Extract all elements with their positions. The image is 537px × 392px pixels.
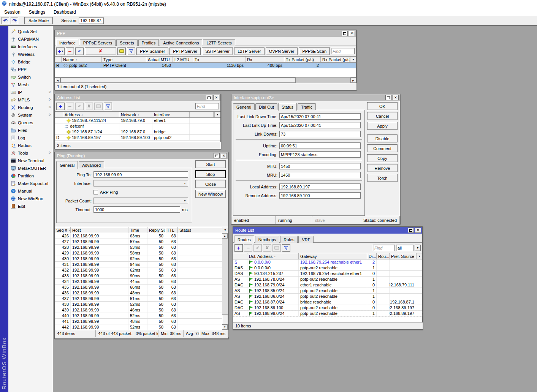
column-select-icon[interactable]: ▼ <box>416 253 422 259</box>
ping-to-input[interactable] <box>93 171 188 178</box>
interface-titlebar[interactable]: Interface <pptp-out2> ✕ <box>231 94 400 101</box>
table-row[interactable]: 437 192.168.99.99 51ms 50 63 <box>55 296 222 302</box>
table-row[interactable]: 439 192.168.99.99 46ms 50 63 <box>55 307 222 313</box>
window-button[interactable]: Remove <box>367 164 398 172</box>
table-row[interactable]: 438 192.168.99.99 52ms 50 63 <box>55 302 222 307</box>
table-row[interactable]: 431 192.168.99.99 94ms 50 63 <box>55 262 222 267</box>
tab[interactable]: General <box>56 161 78 169</box>
table-row[interactable]: 433 192.168.99.99 90ms 50 63 <box>55 273 222 279</box>
close-icon[interactable]: ✕ <box>415 228 421 233</box>
route-list-titlebar[interactable]: Route List ✕ <box>233 227 422 234</box>
comment-button[interactable] <box>117 47 126 55</box>
ppp-action-button[interactable]: OVPN Server <box>266 47 298 55</box>
comment-button[interactable] <box>94 103 103 110</box>
table-row[interactable]: 442 192.168.99.99 52ms 50 63 <box>55 324 222 330</box>
tab[interactable]: Rules <box>280 236 298 243</box>
packet-count-select[interactable]: ▼ <box>93 198 188 204</box>
sidebar-item[interactable]: Make Supout.rif <box>8 180 53 187</box>
sidebar-item[interactable]: Partition <box>8 172 53 180</box>
column-header-type[interactable]: Type <box>102 57 146 62</box>
close-icon[interactable]: ✕ <box>349 31 355 36</box>
chevron-down-icon[interactable]: ▼ <box>415 245 421 251</box>
window-button[interactable]: Copy <box>367 154 398 162</box>
filter-icon[interactable] <box>104 103 112 110</box>
disable-button[interactable]: ✘ <box>263 244 271 252</box>
table-row[interactable]: DAS 0.0.0.0/0 pptp-out2 reachable 1 <box>233 265 422 271</box>
window-button[interactable]: Start <box>195 160 226 168</box>
window-button[interactable]: Torch <box>367 174 398 182</box>
column-select-icon[interactable]: ▼ <box>214 112 220 117</box>
session-input[interactable] <box>79 17 104 24</box>
window-button[interactable]: Stop <box>195 170 226 178</box>
sidebar-item[interactable]: Bridge <box>8 58 53 66</box>
timeout-input[interactable] <box>93 206 180 213</box>
column-header-name[interactable]: Name▲ <box>62 57 102 62</box>
remove-button[interactable]: − <box>66 103 74 110</box>
table-row[interactable]: 428 192.168.99.99 53ms 50 63 <box>55 245 222 250</box>
table-row[interactable]: AS 192.168.78.0/24 pptp-out2 reachable 1 <box>233 277 422 282</box>
enable-button[interactable]: ✔ <box>253 244 262 252</box>
scrollbar-thumb[interactable] <box>222 315 228 324</box>
column-header-l2-mtu[interactable]: L2 MTU <box>173 57 193 62</box>
tab[interactable]: Profiles <box>138 39 159 46</box>
maximize-icon[interactable] <box>385 95 391 100</box>
table-row[interactable]: 192.168.79.111/24 192.168.79.0 ether1 <box>55 118 220 123</box>
maximize-icon[interactable] <box>342 31 348 36</box>
remove-button[interactable]: − <box>66 47 74 55</box>
tab[interactable]: General <box>233 103 255 110</box>
table-row[interactable]: DAS 90.134.215.237 192.168.79.254 reacha… <box>233 271 422 277</box>
window-button[interactable]: Comment <box>367 144 398 152</box>
sidebar-item[interactable]: CAPsMAN <box>8 35 53 43</box>
comment-button[interactable] <box>272 244 281 252</box>
table-row[interactable]: AS 192.168.99.0/24 pptp-out2 reachable 1… <box>233 311 422 316</box>
sidebar-item[interactable]: ? Manual <box>8 187 53 195</box>
add-button[interactable]: + <box>234 244 243 252</box>
close-icon[interactable]: ✕ <box>213 95 219 100</box>
ppp-action-button[interactable]: PPTP Server <box>169 47 201 55</box>
table-row[interactable]: 426 192.168.99.99 63ms 50 63 <box>55 233 222 239</box>
filter-select[interactable]: all <box>396 245 413 251</box>
tab[interactable]: Routes <box>234 236 254 243</box>
maximize-icon[interactable] <box>206 95 212 100</box>
sidebar-item[interactable]: 255 IP <box>8 89 53 96</box>
sidebar-item[interactable]: Quick Set <box>8 28 53 35</box>
table-row[interactable]: 436 192.168.99.99 48ms 50 63 <box>55 290 222 296</box>
column-header-pref-source[interactable]: Pref. Source <box>390 253 416 259</box>
table-row[interactable]: 427 192.168.99.99 57ms 50 63 <box>55 239 222 245</box>
sidebar-item[interactable]: Queues <box>8 119 53 126</box>
tab[interactable]: L2TP Secrets <box>203 39 235 46</box>
sidebar-item[interactable]: Mesh <box>8 81 53 89</box>
safe-mode-button[interactable]: Safe Mode <box>24 17 53 24</box>
tab[interactable]: Secrets <box>116 39 137 46</box>
window-button[interactable]: Disable <box>367 134 398 142</box>
filter-icon[interactable] <box>127 47 135 55</box>
table-row[interactable]: 440 192.168.99.99 52ms 50 63 <box>55 313 222 319</box>
table-row[interactable]: DAC 192.168.87.0/24 bridge reachable 0 1… <box>233 299 422 305</box>
column-header-ttl[interactable]: TTL <box>165 227 178 233</box>
undo-icon[interactable]: ↶ <box>2 17 9 24</box>
sidebar-item[interactable]: Routing <box>8 104 53 111</box>
ppp-action-button[interactable]: PPP Scanner <box>136 47 168 55</box>
table-row[interactable]: 192.168.87.1/24 192.168.87.0 bridge <box>55 129 220 135</box>
table-row[interactable]: ;;;defconf <box>55 123 220 129</box>
sidebar-item[interactable]: Radius <box>8 142 53 149</box>
filter-icon[interactable] <box>282 244 290 252</box>
remove-button[interactable]: − <box>244 244 252 252</box>
table-row[interactable]: 430 192.168.99.99 92ms 50 63 <box>55 256 222 262</box>
table-row[interactable]: 432 192.168.99.99 62ms 50 63 <box>55 267 222 273</box>
column-header-dst-address[interactable]: Dst. Address▲ <box>247 253 299 259</box>
column-header-routing-mark[interactable]: Rou... <box>377 253 390 259</box>
address-list-titlebar[interactable]: Address List ✕ <box>55 94 220 101</box>
table-row[interactable]: D 192.168.89.197 192.168.89.100 pptp-out… <box>55 135 220 141</box>
maximize-icon[interactable] <box>408 228 414 233</box>
arp-ping-checkbox[interactable] <box>93 190 98 194</box>
scroll-up-icon[interactable]: ▲ <box>222 233 228 239</box>
column-select-icon[interactable]: ▼ <box>350 57 356 62</box>
horizontal-scrollbar[interactable]: ◀ ▶ <box>55 77 356 83</box>
close-icon[interactable]: ✕ <box>221 153 227 158</box>
sidebar-item[interactable]: Files <box>8 126 53 134</box>
menu-item[interactable]: Dashboard <box>49 9 80 16</box>
ppp-action-button[interactable]: PPPoE Scan <box>299 47 330 55</box>
tab[interactable]: Status <box>278 103 297 111</box>
table-row[interactable]: DAC 192.168.79.0/24 ether1 reachable 0 1… <box>233 282 422 288</box>
